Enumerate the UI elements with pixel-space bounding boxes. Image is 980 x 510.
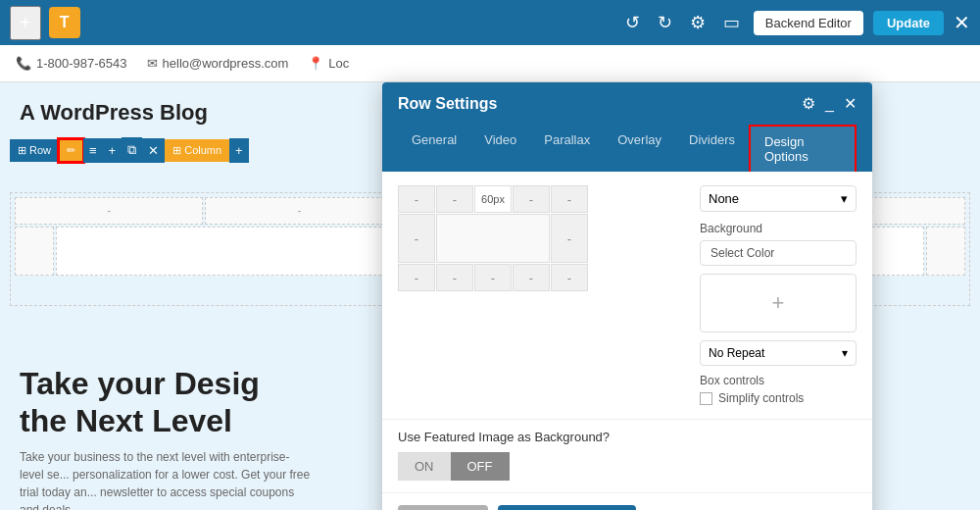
pad-bottom-minus-5[interactable]: - (551, 264, 588, 291)
addressbar: 📞 1-800-987-6543 ✉ hello@wordpress.com 📍… (0, 45, 980, 82)
redo-button[interactable]: ↻ (654, 8, 676, 37)
tab-dividers[interactable]: Dividers (675, 125, 749, 172)
tab-design-options[interactable]: Design Options (749, 125, 857, 172)
panel-settings-icon[interactable]: ⚙ (802, 94, 815, 113)
select-color-button[interactable]: Select Color (700, 240, 857, 266)
panel-close-icon[interactable]: ✕ (844, 94, 857, 113)
undo-button[interactable]: ↺ (621, 8, 644, 37)
logo: T (49, 7, 80, 38)
modal-overlay: Row Settings ⚙ _ ✕ General Video Paralla… (0, 82, 980, 510)
loc-item: 📍 Loc (308, 56, 349, 71)
padding-grid: - - 60px - - - - - - - - - (398, 185, 684, 291)
toggle-on-button[interactable]: ON (398, 452, 451, 481)
topbar: + T ↺ ↻ ⚙ ▭ Backend Editor Update ✕ (0, 0, 980, 45)
save-changes-button[interactable]: Save changes (498, 505, 636, 510)
panel-header: Row Settings ⚙ _ ✕ (382, 82, 872, 125)
featured-image-label: Use Featured Image as Background? (398, 430, 857, 444)
topbar-close-button[interactable]: ✕ (954, 11, 970, 34)
tab-video[interactable]: Video (470, 125, 530, 172)
main-area: A WordPress Blog ⊞ Row ✏ ≡ + ⧉ ✕ ⊞ Colum… (0, 82, 980, 510)
repeat-label: No Repeat (709, 346, 764, 360)
simplify-checkbox[interactable] (700, 392, 712, 405)
simplify-row: Simplify controls (700, 391, 857, 405)
row-settings-panel: Row Settings ⚙ _ ✕ General Video Paralla… (382, 82, 872, 510)
logo-letter: T (60, 14, 70, 31)
toggle-group: ON OFF (398, 452, 857, 481)
email-icon: ✉ (147, 56, 158, 71)
topbar-left: + T (10, 6, 613, 40)
email-item: ✉ hello@wordpress.com (147, 56, 289, 71)
settings-button[interactable]: ⚙ (686, 8, 710, 37)
toggle-off-button[interactable]: OFF (451, 452, 510, 481)
pad-top-minus-4[interactable]: - (551, 185, 588, 213)
tab-overlay[interactable]: Overlay (604, 125, 675, 172)
featured-section: Use Featured Image as Background? ON OFF (382, 419, 872, 492)
pad-top-minus-2[interactable]: - (436, 185, 473, 213)
pad-right-minus[interactable]: - (551, 214, 588, 263)
close-button[interactable]: Close (398, 505, 488, 510)
backend-editor-button[interactable]: Backend Editor (754, 11, 863, 35)
none-label: None (709, 191, 739, 206)
phone-item: 📞 1-800-987-6543 (16, 56, 127, 71)
panel-title: Row Settings (398, 95, 497, 113)
repeat-dropdown[interactable]: No Repeat ▾ (700, 340, 857, 366)
pad-top-value: 60px (474, 185, 512, 213)
panel-left: - - 60px - - - - - - - - - (398, 185, 684, 405)
repeat-chevron: ▾ (842, 346, 848, 360)
pad-center (436, 214, 550, 263)
location-icon: 📍 (308, 56, 323, 71)
pad-bottom-minus-3[interactable]: - (474, 264, 512, 291)
pad-bottom-minus-4[interactable]: - (513, 264, 550, 291)
panel-footer: Close Save changes (382, 492, 872, 510)
image-upload-box[interactable]: + (700, 274, 857, 332)
pad-top-minus-3[interactable]: - (513, 185, 550, 213)
background-label: Background (700, 222, 857, 235)
tab-parallax[interactable]: Parallax (530, 125, 604, 172)
panel-tabs: General Video Parallax Overlay Dividers … (382, 125, 872, 172)
panel-minimize-icon[interactable]: _ (825, 95, 834, 113)
tab-general[interactable]: General (398, 125, 470, 172)
email-address: hello@wordpress.com (163, 56, 289, 71)
pad-left-minus[interactable]: - (398, 214, 435, 263)
responsive-button[interactable]: ▭ (719, 8, 744, 37)
phone-number: 1-800-987-6543 (36, 56, 127, 71)
upload-plus-icon: + (772, 290, 785, 316)
phone-icon: 📞 (16, 56, 31, 71)
topbar-right: ↺ ↻ ⚙ ▭ Backend Editor Update ✕ (621, 8, 970, 37)
panel-header-icons: ⚙ _ ✕ (802, 94, 857, 113)
panel-body: - - 60px - - - - - - - - - (382, 172, 872, 419)
pad-bottom-minus-1[interactable]: - (398, 264, 435, 291)
pad-bottom-minus-2[interactable]: - (436, 264, 473, 291)
simplify-label: Simplify controls (718, 391, 804, 405)
none-dropdown[interactable]: None ▾ (700, 185, 857, 212)
update-button[interactable]: Update (873, 11, 944, 35)
add-button[interactable]: + (10, 6, 41, 40)
pad-top-minus-1[interactable]: - (398, 185, 435, 213)
location-text: Loc (328, 56, 349, 71)
panel-right: None ▾ Background Select Color + No Repe… (700, 185, 857, 405)
box-controls-label: Box controls (700, 374, 857, 387)
dropdown-chevron: ▾ (841, 191, 848, 206)
